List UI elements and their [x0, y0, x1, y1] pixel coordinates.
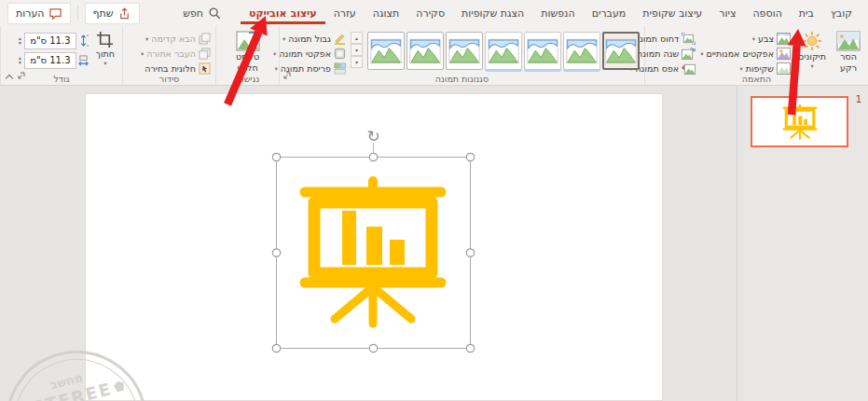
- collapse-ribbon-button[interactable]: [7, 74, 13, 80]
- compress-pictures-icon: [682, 33, 696, 45]
- share-icon: [117, 7, 131, 21]
- bring-forward-icon: [199, 33, 211, 45]
- width-input[interactable]: [24, 52, 76, 69]
- landscape-style-icon: [566, 38, 598, 64]
- picture-border-icon: [334, 33, 346, 45]
- bring-forward-button[interactable]: הבא קדימה ▾: [141, 33, 211, 45]
- tab-home[interactable]: בית: [791, 2, 822, 24]
- picture-effects-label: אפקטי תמונה: [279, 48, 331, 59]
- caret-icon: ▾: [141, 50, 144, 58]
- height-input[interactable]: [24, 33, 76, 49]
- tab-view[interactable]: תצוגה: [365, 2, 407, 24]
- picture-styles-dialog-launcher[interactable]: [283, 65, 291, 83]
- gallery-scroll: ▴ ▾ ▾: [351, 29, 363, 68]
- crop-button[interactable]: חתוך ▾: [93, 29, 117, 69]
- group-label-adjust: התאמה: [645, 74, 868, 84]
- picture-style-frame-light[interactable]: [446, 32, 483, 70]
- tab-help[interactable]: עזרה: [325, 2, 365, 24]
- group-label-arrange: סידור: [123, 74, 215, 84]
- width-spinner[interactable]: ▴ ▾: [18, 56, 22, 64]
- landscape-style-icon: [488, 38, 519, 64]
- group-arrange: הבא קדימה ▾ העבר אחורה ▾ חלו: [122, 26, 215, 85]
- adjust-mini-col-1: צבע ▾ אפקטים אמנותיים ▾: [700, 29, 791, 75]
- group-label-picture-styles: סגנונות תמונה: [280, 74, 644, 84]
- flipchart-icon: [782, 104, 818, 140]
- picture-style-soft-edge-both[interactable]: [524, 32, 561, 70]
- editor-canvas[interactable]: [0, 86, 737, 401]
- landscape-style-icon: [409, 38, 441, 64]
- picture-style-frame-thin[interactable]: [367, 32, 405, 70]
- alt-text-icon: [236, 31, 260, 51]
- picture-effects-button[interactable]: אפקטי תמונה ▾: [273, 48, 346, 60]
- tab-insert[interactable]: הוספה: [744, 2, 790, 24]
- shape-height-icon: [78, 35, 89, 47]
- slide[interactable]: [85, 93, 663, 401]
- gallery-up-button[interactable]: ▴: [351, 32, 363, 44]
- alt-text-button[interactable]: טקסט חלופי: [233, 29, 263, 76]
- bring-forward-label: הבא קדימה: [151, 34, 196, 44]
- group-label-accessibility: נגישות: [216, 74, 279, 84]
- picture-border-button[interactable]: גבול תמונה ▾: [273, 33, 346, 45]
- height-field: ▴ ▾: [18, 32, 89, 49]
- artistic-effects-button[interactable]: אפקטים אמנותיים ▾: [700, 48, 791, 60]
- search-icon: [208, 7, 222, 21]
- ribbon-tab-bar: קובץביתהוספהציורעיצוב שקופיתמעבריםהנפשות…: [0, 0, 868, 26]
- comments-button[interactable]: הערות: [7, 3, 71, 24]
- height-spinner[interactable]: ▴ ▾: [18, 36, 22, 45]
- tab-strip: קובץביתהוספהציורעיצוב שקופיתמעבריםהנפשות…: [241, 2, 861, 24]
- picture-style-shadow-bottom[interactable]: [485, 32, 522, 70]
- picture-effects-icon: [334, 48, 346, 60]
- quick-actions: שתף הערות: [7, 3, 140, 24]
- landscape-style-icon: [527, 38, 558, 64]
- remove-background-label-1: הסר: [840, 52, 857, 62]
- landscape-style-icon: [370, 38, 402, 64]
- artistic-effects-icon: [777, 48, 791, 60]
- send-backward-label: העבר אחורה: [146, 48, 196, 59]
- tab-review[interactable]: סקירה: [407, 2, 453, 24]
- picture-style-soft-edge-top[interactable]: [563, 32, 600, 70]
- crop-label: חתוך: [96, 49, 115, 60]
- caret-icon: ▾: [739, 65, 742, 73]
- picture-style-simple-frame[interactable]: [602, 32, 640, 70]
- change-picture-icon: [682, 48, 696, 60]
- tab-picture-format[interactable]: עיצוב אובייקט: [241, 2, 325, 24]
- picture-icon: [777, 33, 791, 45]
- corrections-button[interactable]: תיקונים ▾: [795, 29, 829, 72]
- remove-background-label-2: רקע: [840, 63, 857, 74]
- tab-animations[interactable]: הנפשות: [532, 2, 583, 24]
- slides-panel[interactable]: 1: [737, 86, 868, 401]
- landscape-style-icon: [448, 38, 480, 64]
- tab-slide-show[interactable]: הצגת שקופיות: [453, 2, 532, 24]
- share-button[interactable]: שתף: [85, 3, 140, 24]
- color-button[interactable]: צבע ▾: [700, 33, 791, 45]
- remove-background-icon: [836, 31, 861, 51]
- alt-text-label-2: חלופי: [237, 63, 257, 74]
- tab-draw[interactable]: ציור: [710, 2, 744, 24]
- remove-background-button[interactable]: הסר רקע: [834, 29, 863, 76]
- comment-icon: [48, 7, 62, 21]
- gallery-more-button[interactable]: ▾: [351, 56, 363, 68]
- group-adjust: הסר רקע תיקונים ▾: [644, 26, 868, 85]
- slide-thumbnail[interactable]: [751, 96, 848, 147]
- picture-border-label: גבול תמונה: [288, 34, 331, 44]
- tab-transitions[interactable]: מעברים: [584, 2, 635, 24]
- tab-file[interactable]: קובץ: [822, 2, 861, 24]
- group-picture-styles: ▴ ▾ ▾ גבול תמונה ▾: [279, 26, 644, 85]
- search-box[interactable]: חפש: [183, 7, 222, 21]
- divider: [77, 6, 78, 21]
- picture-style-frame-white[interactable]: [406, 32, 444, 70]
- tab-slide-design[interactable]: עיצוב שקופית: [634, 2, 710, 24]
- more-icon: ▾: [355, 59, 358, 65]
- group-accessibility: טקסט חלופי נגישות: [215, 26, 279, 85]
- corrections-label: תיקונים: [798, 52, 826, 62]
- size-fields: ▴ ▾ ▴ ▾: [18, 29, 89, 69]
- size-dialog-launcher[interactable]: [18, 65, 25, 83]
- shape-width-icon: [78, 54, 89, 66]
- powerpoint-window: קובץביתהוספהציורעיצוב שקופיתמעבריםהנפשות…: [0, 0, 868, 401]
- spinner-down-icon: ▾: [18, 41, 22, 46]
- group-size: חתוך ▾ ▴ ▾: [0, 26, 122, 85]
- alt-text-label-1: טקסט: [236, 52, 259, 62]
- landscape-style-icon: [605, 38, 637, 64]
- send-backward-button[interactable]: העבר אחורה ▾: [141, 48, 211, 60]
- gallery-down-button[interactable]: ▾: [351, 44, 363, 56]
